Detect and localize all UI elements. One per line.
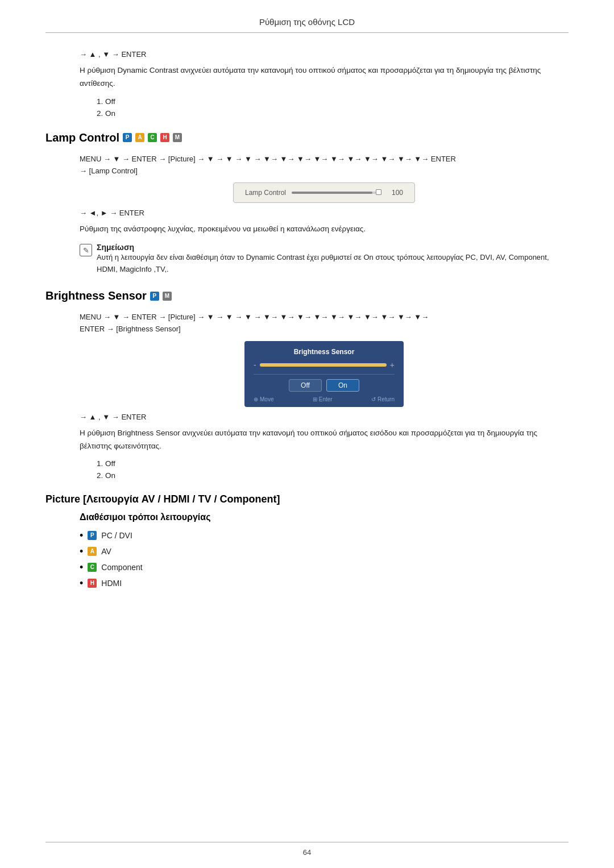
bullet-dot-1: • [80, 530, 83, 541]
note-label: Σημείωση [97, 243, 134, 252]
lamp-slider-fill [292, 192, 372, 194]
badge-h: H [160, 133, 169, 142]
picture-label-pcdvi: PC / DVI [101, 531, 132, 540]
bs-off-button[interactable]: Off [289, 379, 322, 392]
bullet-item-hdmi: • H HDMI [80, 578, 569, 588]
bs-on-button[interactable]: On [326, 379, 359, 392]
badge-m: M [173, 133, 182, 142]
lamp-control-title: Lamp Control [45, 131, 119, 144]
bs-divider [254, 374, 395, 375]
dynamic-contrast-option2: 2. On [97, 109, 569, 118]
bs-menu-path: MENU → ▼ → ENTER → [Picture] → ▼ → ▼ → ▼… [80, 312, 569, 335]
bs-body: Η ρύθμιση Brightness Sensor ανιχνεύει αυ… [80, 427, 569, 453]
dynamic-contrast-body: Η ρύθμιση Dynamic Contrast ανιχνεύει αυτ… [80, 64, 569, 118]
bs-badge-p: P [150, 292, 159, 301]
lamp-control-content: MENU → ▼ → ENTER → [Picture] → ▼ → ▼ → ▼… [80, 153, 569, 276]
bs-badge-m: M [163, 292, 172, 301]
picture-badge-p: P [88, 531, 97, 540]
note-content: Σημείωση Αυτή η λειτουργία δεν είναι δια… [97, 243, 569, 276]
brightness-sensor-heading: Brightness Sensor P M [45, 289, 569, 302]
bs-footer-row: ⊕ Move ⊞ Enter ↺ Return [254, 396, 395, 402]
bs-minus: - [254, 360, 256, 369]
bs-buttons-row: Off On [254, 379, 395, 392]
lamp-control-value: 100 [387, 189, 403, 197]
bs-option2: 2. On [97, 471, 569, 480]
bs-footer-enter: ⊞ Enter [313, 396, 333, 402]
brightness-sensor-content: MENU → ▼ → ENTER → [Picture] → ▼ → ▼ → ▼… [80, 312, 569, 480]
note-text: Αυτή η λειτουργία δεν είναι διαθέσιμη ότ… [97, 253, 549, 273]
bullet-item-component: • C Component [80, 562, 569, 572]
lamp-slider-thumb [376, 189, 381, 195]
lamp-control-menu-path: MENU → ▼ → ENTER → [Picture] → ▼ → ▼ → ▼… [80, 153, 569, 177]
bs-ui-title: Brightness Sensor [254, 348, 395, 356]
picture-section-content: Διαθέσιμοι τρόποι λειτουργίας • P PC / D… [80, 512, 569, 588]
bs-nav: → ▲ , ▼ → ENTER [80, 413, 569, 421]
picture-label-component: Component [101, 563, 142, 572]
picture-badge-c: C [88, 563, 97, 572]
badge-p: P [123, 133, 132, 142]
bullet-dot-3: • [80, 562, 83, 572]
bullet-item-pcdvi: • P PC / DVI [80, 530, 569, 541]
bs-slider-track[interactable] [260, 363, 387, 367]
lamp-slider-track[interactable] [292, 192, 381, 194]
picture-badge-a: A [88, 547, 97, 556]
badge-a: A [135, 133, 144, 142]
bs-option1: 1. Off [97, 459, 569, 468]
picture-label-av: AV [101, 547, 111, 556]
header-title: Ρύθμιση της οθόνης LCD [259, 17, 355, 27]
bullet-dot-4: • [80, 578, 83, 588]
lamp-control-ui: Lamp Control 100 [233, 182, 415, 203]
bs-slider-row: - + [254, 360, 395, 369]
dynamic-contrast-nav: → ▲ , ▼ → ENTER [80, 50, 569, 59]
lamp-control-nav: → ◄, ► → ENTER [80, 209, 569, 217]
note-icon: ✎ [80, 244, 92, 256]
bs-footer-return: ↺ Return [371, 396, 395, 402]
lamp-control-heading: Lamp Control P A C H M [45, 131, 569, 144]
picture-badge-h: H [88, 579, 97, 588]
dynamic-contrast-option1: 1. Off [97, 97, 569, 106]
bs-footer-move: ⊕ Move [254, 396, 273, 402]
badge-c: C [148, 133, 157, 142]
page-footer: 64 [45, 842, 569, 857]
bullet-dot-2: • [80, 546, 83, 556]
picture-section: Picture [Λειτουργία AV / HDMI / TV / Com… [45, 493, 569, 588]
lamp-control-label: Lamp Control [245, 189, 286, 197]
lamp-control-note: ✎ Σημείωση Αυτή η λειτουργία δεν είναι δ… [80, 243, 569, 276]
picture-label-hdmi: HDMI [101, 579, 122, 588]
picture-section-title: Picture [Λειτουργία AV / HDMI / TV / Com… [45, 493, 569, 505]
page-number: 64 [303, 848, 311, 857]
lamp-control-body: Ρύθμιση της ανάστροφης λυχνίας, προκειμέ… [80, 223, 569, 236]
page-header: Ρύθμιση της οθόνης LCD [45, 17, 569, 33]
picture-subheading: Διαθέσιμοι τρόποι λειτουργίας [80, 512, 569, 522]
brightness-sensor-title: Brightness Sensor [45, 289, 147, 302]
page-wrapper: Ρύθμιση της οθόνης LCD → ▲ , ▼ → ENTER Η… [0, 0, 614, 868]
bs-plus: + [390, 360, 395, 369]
brightness-sensor-ui: Brightness Sensor - + Off On ⊕ Move ⊞ En… [244, 341, 404, 407]
bullet-item-av: • A AV [80, 546, 569, 556]
